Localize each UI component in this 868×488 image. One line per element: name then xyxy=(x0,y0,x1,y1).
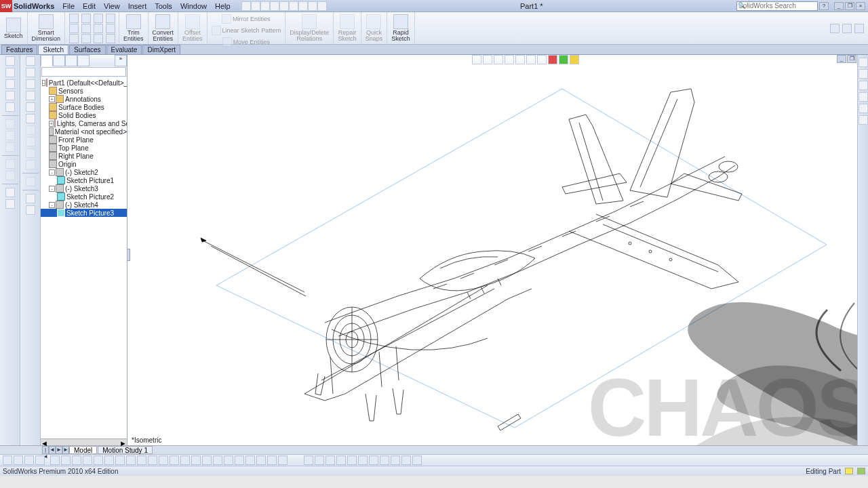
surf11-icon[interactable] xyxy=(26,177,35,186)
sk-tool-16-icon[interactable] xyxy=(170,455,179,465)
sk-rel-9-icon[interactable] xyxy=(391,455,400,465)
tree-hscroll[interactable]: ◄► xyxy=(41,439,127,445)
text-icon[interactable] xyxy=(94,34,103,43)
tab-nav-prev-icon[interactable]: ◄ xyxy=(49,446,56,454)
menu-file[interactable]: File xyxy=(58,1,79,11)
taskpane-resources-icon[interactable] xyxy=(859,58,868,67)
view-settings-icon[interactable] xyxy=(570,55,579,64)
sk-rel-7-icon[interactable] xyxy=(369,455,378,465)
sk-tool-23-icon[interactable] xyxy=(245,455,255,465)
help-icon[interactable]: ? xyxy=(819,2,829,10)
sk-tool-13-icon[interactable] xyxy=(137,455,146,465)
sk-tool-10-icon[interactable] xyxy=(104,455,114,465)
surf13-icon[interactable] xyxy=(26,205,35,215)
surf8-icon[interactable] xyxy=(26,137,35,146)
taskpane-palette-icon[interactable] xyxy=(859,92,868,102)
tab-nav-last-icon[interactable]: ►| xyxy=(62,446,69,454)
tree-surface-bodies[interactable]: Surface Bodies xyxy=(41,103,127,111)
sk-tool-7-icon[interactable] xyxy=(72,455,81,465)
tree-right-plane[interactable]: Right Plane xyxy=(41,152,127,160)
tree-annotations[interactable]: +Annotations xyxy=(41,95,127,103)
qat-select-icon[interactable] xyxy=(298,1,308,11)
qat-new-icon[interactable] xyxy=(241,1,251,11)
line-icon[interactable] xyxy=(69,14,79,23)
restore-icon[interactable]: ❐ xyxy=(845,2,854,10)
tree-sketch3[interactable]: -(-) Sketch3 xyxy=(41,184,127,192)
surf4-icon[interactable] xyxy=(26,91,35,100)
sk-tool-19-icon[interactable] xyxy=(202,455,212,465)
surf3-icon[interactable] xyxy=(26,79,35,89)
offset-entities-button[interactable]: Offset Entities xyxy=(178,12,208,44)
tab-surfaces[interactable]: Surfaces xyxy=(69,45,105,54)
mirror-entities-button[interactable]: Mirror Entities xyxy=(222,14,271,24)
gfx-minimize-icon[interactable]: _ xyxy=(837,55,846,63)
tab-features[interactable]: Features xyxy=(1,45,37,54)
status-indicator-1-icon[interactable] xyxy=(845,468,853,474)
qat-redo-icon[interactable] xyxy=(289,1,298,11)
search-input[interactable] xyxy=(736,1,818,11)
sk-tool-14-icon[interactable] xyxy=(148,455,157,465)
qat-rebuild-icon[interactable] xyxy=(308,1,317,11)
menu-edit[interactable]: Edit xyxy=(79,1,100,11)
scene-icon[interactable] xyxy=(559,55,568,64)
taskpane-explorer-icon[interactable] xyxy=(859,81,868,90)
cut-sweep-icon[interactable] xyxy=(5,142,15,152)
sk-rel-4-icon[interactable] xyxy=(336,455,346,465)
move-entities-button[interactable]: Move Entities xyxy=(222,37,270,47)
close-icon[interactable]: × xyxy=(856,2,865,10)
repair-sketch-button[interactable]: Repair Sketch xyxy=(334,12,361,44)
linear-pattern-button[interactable]: Linear Sketch Pattern xyxy=(212,25,281,36)
fillet-icon[interactable] xyxy=(106,24,115,33)
surf5-icon[interactable] xyxy=(26,102,35,112)
sk-tool-5-icon[interactable] xyxy=(50,455,60,465)
gfx-restore-icon[interactable]: ❐ xyxy=(847,55,856,63)
tree-tab-config-icon[interactable] xyxy=(65,55,77,66)
sk-rel-3-icon[interactable] xyxy=(326,455,335,465)
sk-tool-24-icon[interactable] xyxy=(256,455,266,465)
hide-show-icon[interactable] xyxy=(537,55,547,64)
plane-icon[interactable] xyxy=(81,34,91,43)
sk-rel-5-icon[interactable] xyxy=(347,455,357,465)
prev-view-icon[interactable] xyxy=(494,55,503,64)
sk-tool-18-icon[interactable] xyxy=(191,455,201,465)
tree-sensors[interactable]: Sensors xyxy=(41,87,127,95)
tree-sketch-picture1[interactable]: Sketch Picture1 xyxy=(41,176,127,184)
menu-insert[interactable]: Insert xyxy=(124,1,151,11)
fillet-feat-icon[interactable] xyxy=(5,159,15,169)
tab-sketch[interactable]: Sketch xyxy=(38,45,68,54)
sk-tool-2-icon[interactable] xyxy=(14,455,23,465)
extrude-icon[interactable] xyxy=(5,56,15,66)
cut-revolve-icon[interactable] xyxy=(5,131,15,140)
display-style-icon[interactable] xyxy=(526,55,536,64)
tree-solid-bodies[interactable]: Solid Bodies xyxy=(41,111,127,119)
taskpane-appearance-icon[interactable] xyxy=(859,104,868,113)
tree-sketch4[interactable]: -(-) Sketch4 xyxy=(41,201,127,209)
menu-window[interactable]: Window xyxy=(176,1,211,11)
sk-rel-1-icon[interactable] xyxy=(304,455,313,465)
chamfer-icon[interactable] xyxy=(5,171,15,180)
camera-icon[interactable] xyxy=(830,24,840,33)
minimize-icon[interactable]: _ xyxy=(834,2,844,10)
ellipse-icon[interactable] xyxy=(94,24,103,33)
appearance-icon[interactable] xyxy=(548,55,557,64)
graphics-area[interactable]: _ ❐ × CHAOS xyxy=(127,55,868,445)
quick-snaps-button[interactable]: Quick Snaps xyxy=(361,12,388,44)
sk-tool-11-icon[interactable] xyxy=(115,455,125,465)
qat-open-icon[interactable] xyxy=(251,1,260,11)
tab-evaluate[interactable]: Evaluate xyxy=(106,45,142,54)
tree-top-plane[interactable]: Top Plane xyxy=(41,144,127,152)
qat-options-icon[interactable] xyxy=(317,1,327,11)
sk-tool-4-icon[interactable] xyxy=(35,455,45,465)
tab-dimxpert[interactable]: DimXpert xyxy=(142,45,180,54)
sweep-icon[interactable] xyxy=(5,79,15,89)
menu-tools[interactable]: Tools xyxy=(151,1,176,11)
taskpane-custom-icon[interactable] xyxy=(859,115,868,125)
rectangle-icon[interactable] xyxy=(69,24,79,33)
menu-view[interactable]: View xyxy=(100,1,124,11)
section-icon[interactable] xyxy=(505,55,514,64)
tree-tab-property-icon[interactable] xyxy=(53,55,65,66)
display-relations-button[interactable]: Display/Delete Relations xyxy=(285,12,334,44)
tree-root[interactable]: -Part1 (Default<<Default>_Disp xyxy=(41,79,127,87)
feature-tree[interactable]: -Part1 (Default<<Default>_Disp Sensors +… xyxy=(41,77,127,439)
sk-rel-6-icon[interactable] xyxy=(358,455,368,465)
